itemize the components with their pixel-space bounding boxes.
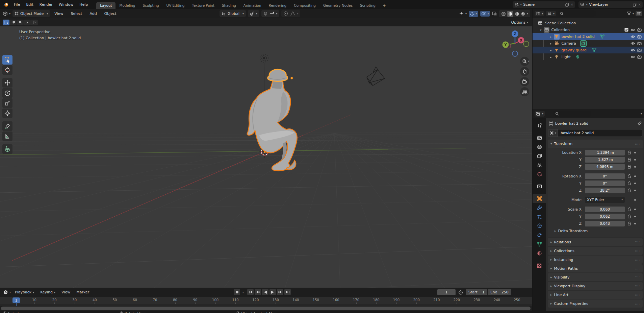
- hide-eye-toggle[interactable]: [630, 42, 635, 45]
- menu-render[interactable]: Render: [36, 2, 56, 7]
- animate-dot[interactable]: [634, 159, 636, 161]
- current-frame-field[interactable]: 1: [437, 289, 456, 295]
- menu-help[interactable]: Help: [76, 2, 91, 7]
- tool-add-cube[interactable]: [2, 144, 12, 154]
- tab-texture[interactable]: [533, 261, 546, 270]
- tab-constraints[interactable]: [533, 231, 546, 240]
- outliner-row-gravity-guard[interactable]: gravity guard: [533, 47, 644, 53]
- lock-icon[interactable]: [626, 158, 632, 162]
- proportional-editing-icon[interactable]: [283, 11, 288, 16]
- animate-dot[interactable]: [634, 190, 636, 191]
- outliner-row-bowler-hat[interactable]: bowler hat 2 solid: [533, 33, 644, 40]
- outliner-row-light[interactable]: Light: [533, 53, 644, 60]
- panel-drag-dots[interactable]: ::::: [635, 142, 640, 145]
- tab-world[interactable]: [533, 170, 546, 179]
- workspace-tab-texture-paint[interactable]: Texture Paint: [188, 2, 218, 9]
- tool-rotate[interactable]: [2, 88, 12, 98]
- timeline-scrollbar[interactable]: [0, 306, 532, 311]
- tab-object[interactable]: [533, 194, 546, 203]
- viewport-menu-add[interactable]: Add: [86, 11, 100, 16]
- animate-dot[interactable]: [634, 223, 636, 224]
- scene-selector[interactable]: ▾ Scene ✕: [513, 1, 575, 8]
- disable-render-toggle[interactable]: [637, 35, 642, 39]
- timeline-menu-playback[interactable]: Playback: [12, 290, 37, 294]
- keying-set-dropdown[interactable]: [241, 290, 244, 294]
- view-layer-selector[interactable]: ▾ ViewLayer ✕: [578, 1, 643, 8]
- select-mode-subtract-button[interactable]: [17, 20, 24, 25]
- select-mode-extend-button[interactable]: [10, 20, 17, 25]
- exclude-checkbox[interactable]: [624, 28, 628, 32]
- tab-material[interactable]: [533, 249, 546, 258]
- outliner-search-field[interactable]: [558, 10, 596, 17]
- play-reverse-button[interactable]: [262, 289, 268, 295]
- rotation-x-field[interactable]: 0°: [585, 173, 625, 179]
- expand-toggle[interactable]: [550, 55, 554, 59]
- outliner-row-scene-collection[interactable]: Scene Collection: [533, 20, 644, 26]
- viewport-canvas[interactable]: Z Y X User Perspective (1) Collection | …: [0, 26, 532, 288]
- object-name-field[interactable]: bowler hat 2 solid: [548, 129, 642, 137]
- toggle-orthographic-button[interactable]: [520, 87, 529, 96]
- hide-eye-toggle[interactable]: [630, 28, 635, 32]
- rotation-z-field[interactable]: 38.2°: [585, 188, 625, 193]
- menu-window[interactable]: Window: [56, 2, 76, 7]
- viewport-menu-select[interactable]: Select: [68, 11, 85, 16]
- workspace-tab-rendering[interactable]: Rendering: [265, 2, 290, 9]
- mesh-object-gravity-guard[interactable]: [247, 81, 297, 171]
- remove-view-layer-icon[interactable]: ✕: [638, 3, 641, 6]
- panel-drag-dots[interactable]: ::::: [635, 249, 640, 252]
- panel-drag-dots[interactable]: ::::: [635, 285, 640, 288]
- animate-dot[interactable]: [634, 216, 636, 217]
- panel-drag-dots[interactable]: ::::: [635, 258, 640, 261]
- properties-search-field[interactable]: [553, 111, 591, 117]
- workspace-tab-animation[interactable]: Animation: [240, 2, 265, 9]
- section-collections[interactable]: Collections::::: [548, 247, 643, 255]
- workspace-tab-geometry-nodes[interactable]: Geometry Nodes: [319, 2, 356, 9]
- mesh-object-bowler-hat[interactable]: [268, 69, 288, 81]
- jump-to-next-keyframe-button[interactable]: [277, 289, 283, 295]
- pan-view-button[interactable]: [520, 67, 529, 76]
- jump-to-prev-keyframe-button[interactable]: [255, 289, 261, 295]
- frame-start-field[interactable]: Start 1: [466, 289, 487, 295]
- jump-to-start-button[interactable]: [247, 289, 254, 295]
- lock-icon[interactable]: [626, 214, 632, 218]
- tool-measure[interactable]: [2, 131, 12, 141]
- navigation-gizmo[interactable]: Z Y X: [503, 30, 529, 56]
- animate-dot[interactable]: [634, 183, 636, 184]
- tool-annotate[interactable]: [2, 121, 12, 131]
- properties-editor-type-button[interactable]: [535, 111, 545, 117]
- camera-view-button[interactable]: [520, 77, 529, 86]
- rotation-y-field[interactable]: 0°: [585, 180, 625, 186]
- object-id-dropdown[interactable]: [548, 129, 558, 137]
- gizmo-minus-z[interactable]: [512, 51, 518, 56]
- lock-icon[interactable]: [626, 174, 632, 178]
- sidebar-toggle-arrow[interactable]: ‹: [528, 59, 530, 64]
- shading-wireframe-icon[interactable]: [501, 11, 506, 16]
- timeline-editor-type-button[interactable]: [2, 290, 12, 295]
- animate-dot[interactable]: [634, 199, 636, 201]
- workspace-tab-uv-editing[interactable]: UV Editing: [163, 2, 188, 9]
- panel-drag-dots[interactable]: ::::: [635, 293, 640, 296]
- workspace-tab-layout[interactable]: Layout: [96, 2, 115, 9]
- animate-dot[interactable]: [634, 166, 636, 168]
- section-custom-properties[interactable]: Custom Properties::::: [548, 299, 643, 308]
- unlink-scene-icon[interactable]: ✕: [571, 3, 573, 6]
- properties-options-dropdown[interactable]: [639, 112, 642, 115]
- disable-render-toggle[interactable]: [637, 42, 642, 45]
- hide-eye-toggle[interactable]: [630, 55, 635, 59]
- workspace-tab-compositing[interactable]: Compositing: [290, 2, 319, 9]
- disable-render-toggle[interactable]: [637, 55, 642, 59]
- tab-render[interactable]: [533, 133, 546, 142]
- expand-toggle[interactable]: [540, 28, 544, 32]
- hide-eye-toggle[interactable]: [630, 48, 635, 52]
- pin-icon[interactable]: [638, 121, 642, 126]
- lock-icon[interactable]: [626, 207, 632, 211]
- outliner-filter-dropdown[interactable]: [627, 11, 634, 16]
- shading-material-icon[interactable]: [515, 11, 519, 16]
- workspace-tab-sculpting[interactable]: Sculpting: [139, 2, 162, 9]
- panel-drag-dots[interactable]: ::::: [635, 276, 640, 279]
- tool-transform[interactable]: [2, 109, 12, 118]
- panel-drag-dots[interactable]: ::::: [635, 302, 640, 305]
- snap-magnet-icon[interactable]: [263, 11, 268, 16]
- scale-z-field[interactable]: 0.043: [585, 221, 625, 226]
- lock-icon[interactable]: [626, 221, 632, 225]
